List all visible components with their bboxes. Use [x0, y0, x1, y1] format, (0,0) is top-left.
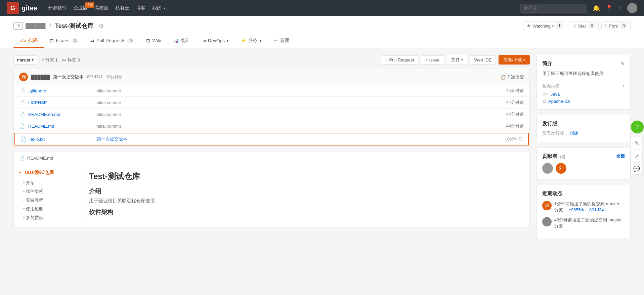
navbar-link-blog[interactable]: 博客 [136, 5, 145, 11]
sidebar-language: </> Java [542, 92, 625, 97]
file-table: 刘 ██████ 第一次提交版本 801d341 10分钟前 📋 2 次提交 📄… [13, 69, 530, 146]
contributor-avatar-2[interactable]: 刘 [556, 163, 566, 174]
add-icon[interactable]: + [618, 5, 622, 12]
view-all-contributors[interactable]: 全部 [616, 153, 625, 159]
branch-selector[interactable]: master ▾ [13, 55, 37, 65]
brand[interactable]: G gitee [7, 2, 37, 14]
gitee-logo-icon: G [7, 2, 19, 14]
sidebar-license: ⚖ Apache-2.0 [542, 99, 625, 104]
contributor-avatar-1[interactable] [542, 163, 553, 174]
tab-issues[interactable]: ⊟ Issues 0 [44, 35, 84, 47]
file-commit-readme: Initial commit [95, 124, 506, 129]
repo-settings-icon[interactable]: ⚙ [99, 23, 103, 29]
readme-nav-item-contribute[interactable]: 参与贡献 [19, 213, 75, 222]
chevron-down-icon: ▾ [32, 58, 34, 62]
repo-name[interactable]: Test-测试仓库 [55, 22, 93, 30]
star-icon: ☆ [573, 24, 577, 29]
float-buttons: ? ✎ ↗ 💬 [631, 120, 644, 175]
create-release-link[interactable]: 创建 [570, 131, 578, 136]
add-tag-icon[interactable]: + [622, 83, 625, 89]
webide-button[interactable]: Web IDE [470, 55, 496, 65]
branch-count-item[interactable]: ⑂ 分支 1 [41, 57, 58, 63]
navbar-link-education[interactable]: 高校版 [94, 5, 109, 11]
no-tag-label: 暂无标签 [542, 83, 560, 89]
activity-avatar-2[interactable] [542, 217, 552, 226]
file-icon: 📄 [19, 100, 25, 105]
tag-count-item[interactable]: 🏷 标签 0 [62, 57, 80, 63]
star-button[interactable]: ☆ Star 0 [569, 22, 599, 30]
float-btn-share[interactable]: ↗ [631, 150, 643, 162]
branch-icon: ⑂ [41, 57, 44, 62]
tab-prs[interactable]: ⇄ Pull Requests 0 [84, 35, 140, 47]
search-input[interactable] [520, 4, 587, 13]
sidebar-intro-desc: 用于验证项目关联远程仓库使用 [542, 70, 625, 77]
readme-nav-item-intro[interactable]: 介绍 [19, 178, 75, 187]
readme-file-icon: 📄 [19, 156, 25, 161]
float-btn-green[interactable]: ? [631, 120, 644, 134]
float-btn-chat[interactable]: 💬 [631, 163, 643, 175]
navbar-link-open-source[interactable]: 开源软件 [48, 5, 67, 11]
file-commit-hello: 第一次提交版本 [97, 136, 505, 142]
manage-icon: ☰ [273, 38, 278, 43]
tab-stats[interactable]: 📊 统计 [167, 34, 197, 48]
readme-header: 📄 README.md [14, 152, 529, 164]
file-icon: 📄 [20, 136, 26, 142]
float-btn-edit[interactable]: ✎ [631, 137, 643, 149]
branch-right: + Pull Request + Issue 文件 ▾ Web IDE 克隆/下… [381, 55, 530, 65]
commit-author-avatar[interactable]: 刘 [19, 73, 28, 81]
watch-button[interactable]: 👁 Watching ▾ 1 [523, 22, 566, 30]
readme-nav-item-usage[interactable]: 使用说明 [19, 205, 75, 213]
location-icon[interactable]: 📍 [605, 4, 613, 12]
commit-row: 刘 ██████ 第一次提交版本 801d341 10分钟前 📋 2 次提交 [14, 69, 529, 85]
repo-owner[interactable]: ██████ [26, 23, 46, 29]
file-name-readme-en[interactable]: README.en.md [28, 112, 95, 117]
navbar-link-enterprise[interactable]: 企业版 特惠 [74, 5, 88, 11]
user-avatar[interactable] [627, 3, 637, 13]
file-button[interactable]: 文件 ▾ [447, 55, 467, 65]
file-time-hello: 10分钟前 [505, 136, 523, 142]
gitee-brand-text: gitee [22, 4, 37, 12]
file-name-readme[interactable]: README.md [28, 124, 95, 129]
file-time-license: 44分钟前 [506, 99, 524, 106]
readme-section1-text: 用于验证项目关联远程仓库使用 [89, 198, 521, 204]
file-name-license[interactable]: LICENSE [28, 100, 95, 105]
activity-avatar-1[interactable]: 刘 [542, 201, 552, 210]
file-icon: 📄 [19, 88, 25, 93]
enterprise-badge: 特惠 [85, 2, 94, 8]
tab-services[interactable]: ⚡ 服务 ▾ [234, 34, 267, 48]
file-commit-readme-en: Initial commit [95, 112, 506, 117]
license-icon: ⚖ [542, 99, 546, 104]
repo-sidebar: 简介 ✎ 用于验证项目关联远程仓库使用 暂无标签 + </> Java ⚖ Ap… [536, 55, 631, 239]
navbar-links: 开源软件 企业版 特惠 高校版 私有云 博客 我的 ▾ [48, 5, 165, 11]
commit-hash[interactable]: 801d341 [87, 75, 103, 79]
notification-icon[interactable]: 🔔 [593, 4, 600, 12]
fork-button[interactable]: ⑂ Fork 0 [601, 22, 631, 30]
pr-badge: 0 [127, 38, 134, 43]
tab-code[interactable]: </> 代码 [13, 34, 44, 48]
navbar-link-mine[interactable]: 我的 ▾ [152, 5, 165, 11]
commit-count[interactable]: 📋 2 次提交 [501, 74, 524, 80]
tab-devops[interactable]: ∞ DevOps ▾ [197, 35, 235, 47]
commit-author-name[interactable]: ██████ [31, 75, 50, 80]
readme-nav-item-arch[interactable]: 软件架构 [19, 187, 75, 196]
pull-request-button[interactable]: + Pull Request [381, 55, 418, 65]
readme-content: • Test-测试仓库 介绍 软件架构 安装教程 使用说明 参与贡献 Test-… [14, 164, 529, 227]
activity-commit-link-1[interactable]: e9655da...801d341 [569, 207, 606, 212]
readme-nav-title: • Test-测试仓库 [19, 170, 75, 176]
file-name-gitignore[interactable]: .gitignore [28, 88, 95, 93]
file-name-hello[interactable]: hello.txt [30, 137, 97, 142]
commit-message[interactable]: 第一次提交版本 [53, 74, 84, 80]
issue-button[interactable]: + Issue [421, 55, 444, 65]
tab-manage[interactable]: ☰ 管理 [267, 34, 295, 48]
clone-button[interactable]: 克隆/下载 ▾ [499, 55, 530, 65]
chevron-down-icon-file: ▾ [461, 58, 463, 62]
file-commit-link-hello[interactable]: 第一次提交版本 [97, 136, 127, 141]
chevron-down-icon-clone: ▾ [523, 58, 525, 62]
tab-wiki[interactable]: ⊞ Wiki [140, 35, 167, 47]
navbar-link-private-cloud[interactable]: 私有云 [115, 5, 129, 11]
file-row: 📄 README.md Initial commit 44分钟前 [14, 120, 529, 132]
devops-icon: ∞ [203, 38, 206, 43]
readme-nav-item-install[interactable]: 安装教程 [19, 196, 75, 205]
edit-icon[interactable]: ✎ [621, 61, 625, 67]
eye-icon: 👁 [527, 24, 531, 29]
